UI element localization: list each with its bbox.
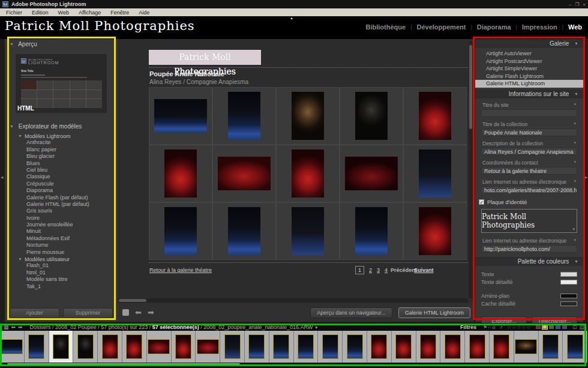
gallery-cell[interactable]	[276, 145, 340, 202]
star-icon[interactable]: ☆	[526, 324, 531, 330]
top-panel-toggle-icon[interactable]: ▲	[290, 16, 293, 20]
gallery-cell[interactable]	[212, 87, 276, 145]
stop-icon[interactable]	[122, 309, 129, 316]
filter-icon[interactable]: ▤	[579, 324, 584, 330]
module-tab[interactable]: Web	[568, 23, 582, 31]
module-tab[interactable]: Diaporama	[477, 23, 511, 31]
greater-equal-icon[interactable]: ≥	[500, 324, 502, 330]
field-input[interactable]: Poupée Anale Nationale	[481, 128, 577, 136]
template-item[interactable]: Ivoire	[5, 215, 118, 222]
filmstrip-cell[interactable]	[172, 331, 196, 363]
filmstrip-cell[interactable]	[490, 331, 514, 363]
template-item[interactable]: Flash_01	[5, 262, 118, 269]
color-chip[interactable]	[542, 324, 547, 329]
star-icon[interactable]: ☆	[521, 324, 526, 330]
module-tab[interactable]: Développement	[416, 23, 466, 31]
template-item[interactable]: Gris souris	[5, 208, 118, 214]
module-tab[interactable]: Impression	[522, 23, 557, 31]
filmstrip-cell[interactable]	[440, 331, 465, 363]
previous-arrow-icon[interactable]: ⬅	[135, 308, 142, 317]
template-item[interactable]: Bleu glacier	[5, 153, 118, 160]
identity-plate[interactable]: Patrick Moll Photographies	[5, 19, 195, 33]
filmstrip-cell[interactable]	[196, 331, 220, 363]
vertical-scrollbar[interactable]	[469, 41, 473, 298]
filmstrip-right-arrow-icon[interactable]: ▸	[585, 340, 587, 345]
template-item[interactable]: Galerie HTML (par défaut)	[5, 201, 118, 208]
template-item[interactable]: Anthracite	[5, 139, 118, 146]
gallery-section-header[interactable]: Galerie ▼	[475, 39, 583, 48]
gallery-option[interactable]: Airtight SimpleViewer	[475, 65, 583, 73]
template-item[interactable]: Galerie Flash (par défaut)	[5, 195, 118, 201]
close-button[interactable]: ×	[583, 2, 586, 7]
menu-item[interactable]: Fichier	[6, 10, 22, 16]
field-input[interactable]: hoto.com/galeries/theatre/2007-2008.html	[481, 186, 577, 194]
gallery-cell[interactable]	[340, 87, 403, 145]
template-item[interactable]: Ciel bleu	[5, 167, 118, 173]
gallery-cell[interactable]	[340, 202, 403, 260]
filmstrip-cell[interactable]	[245, 331, 269, 363]
gallery-option[interactable]: Airtight PostcardViewer	[475, 58, 583, 65]
gallery-cell[interactable]	[276, 202, 340, 260]
next-page-link[interactable]: Suivant	[414, 267, 434, 273]
filmstrip-cell[interactable]	[147, 331, 172, 363]
gallery-type-button[interactable]: Galerie HTML Lightroom	[398, 307, 470, 318]
field-input[interactable]	[481, 109, 577, 117]
color-swatch[interactable]	[560, 294, 577, 298]
chevron-down-icon[interactable]: ▾	[574, 179, 576, 185]
filmstrip-cell[interactable]	[416, 331, 441, 363]
filmstrip-cell[interactable]	[514, 331, 539, 363]
filmstrip-cell[interactable]	[122, 331, 147, 363]
scrollbar-thumb[interactable]	[7, 363, 240, 366]
template-item[interactable]: Blanc papier	[5, 146, 118, 153]
color-chip[interactable]	[562, 324, 567, 329]
preview-in-browser-button[interactable]: Aperçu dans un navigateur...	[310, 307, 392, 318]
gallery-cell[interactable]	[403, 87, 467, 145]
flag-icon[interactable]: ⊘	[491, 325, 496, 330]
right-panel-collapse-icon[interactable]: ▸	[584, 174, 587, 180]
next-arrow-icon[interactable]: ➡	[148, 308, 154, 317]
template-item[interactable]: html_01	[5, 270, 118, 276]
template-item[interactable]: Classique	[5, 173, 118, 180]
color-swatch[interactable]	[560, 272, 577, 277]
minimize-button[interactable]: –	[569, 2, 571, 7]
template-item[interactable]: Diaporama	[5, 187, 118, 194]
filter-icon[interactable]: ⊡	[572, 324, 577, 330]
template-item[interactable]: Tak_1	[5, 283, 118, 290]
template-item[interactable]: Minuit	[5, 228, 118, 235]
pagination-page[interactable]: 2	[369, 267, 372, 273]
gallery-cell[interactable]	[149, 145, 212, 202]
filmstrip-cell[interactable]	[98, 331, 122, 363]
filmstrip-cell[interactable]	[25, 331, 49, 363]
chevron-down-icon[interactable]: ▾	[574, 121, 576, 127]
template-item[interactable]: ▼Modèles Lightroom	[5, 133, 118, 139]
star-icon[interactable]: ☆	[512, 324, 517, 330]
module-tab[interactable]: Bibliothèque	[366, 23, 406, 31]
chevron-down-icon[interactable]: ▾	[572, 227, 575, 232]
filmstrip-cell[interactable]	[294, 331, 319, 363]
chevron-down-icon[interactable]: ▾	[574, 160, 576, 166]
template-item[interactable]: Pierre moussue	[5, 249, 118, 256]
color-chip[interactable]	[549, 324, 554, 329]
filmstrip-scrollbar[interactable]	[0, 363, 588, 367]
color-swatch[interactable]	[560, 301, 577, 306]
filmstrip-cell[interactable]	[318, 331, 343, 363]
identity-plate-preview[interactable]: Patrick Moll Photographies ▾	[481, 209, 577, 233]
template-item[interactable]: ▼Modèles utilisateur	[5, 256, 118, 262]
identity-plate-checkbox[interactable]: ✓	[479, 199, 484, 205]
color-swatch[interactable]	[560, 280, 577, 285]
menu-item[interactable]: Aide	[139, 10, 149, 16]
breadcrumb[interactable]: Dossiers / 2008_02 Poupee / 57 photo(s) …	[30, 324, 319, 330]
back-to-gallery-link[interactable]: Retour à la galerie théatre	[149, 267, 212, 273]
template-item[interactable]: Blues	[5, 160, 118, 167]
template-item[interactable]: Crépuscule	[5, 181, 118, 187]
chevron-down-icon[interactable]: ▾	[574, 102, 576, 108]
remove-template-button[interactable]: Supprimer	[63, 308, 113, 318]
site-info-section-header[interactable]: Informations sur le site ▼	[475, 89, 583, 98]
gallery-cell[interactable]	[149, 202, 212, 260]
pagination-page[interactable]: 4	[385, 267, 388, 273]
filmstrip-cell[interactable]	[0, 331, 25, 363]
restore-button[interactable]: ❐	[575, 2, 579, 7]
add-template-button[interactable]: Ajouter	[10, 308, 59, 318]
menu-item[interactable]: Affichage	[79, 10, 101, 16]
previous-page-link[interactable]: Précédent	[391, 267, 417, 273]
